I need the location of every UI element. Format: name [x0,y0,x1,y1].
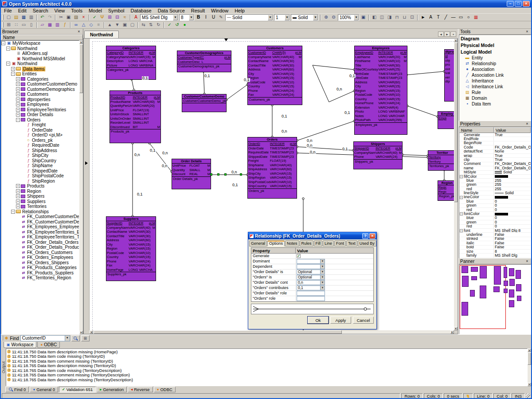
tree-item-allorders-sql[interactable]: ≣AllOrders.sql [1,51,79,56]
dialog-tab-notes[interactable]: Notes [285,240,299,246]
compare-model-button[interactable]: ≈ [121,14,129,21]
tree-item-customers[interactable]: +Customers [1,92,79,97]
merge-model-button[interactable]: Ψ [98,14,106,21]
expand-icon[interactable]: + [16,204,20,208]
font-color-button[interactable]: A [132,14,140,21]
collapse-icon[interactable]: − [460,212,463,215]
toolbar-grip[interactable] [2,15,4,20]
align-center-button[interactable]: ◫ [378,14,386,21]
entity-customercustomerdemo[interactable]: CustomerCustomerDemoCustomerCustomerDemo… [182,94,227,112]
tree-item-orderid-pi-m[interactable]: ƒOrderID <pi,M> [1,133,79,138]
output-dock-tab[interactable]: Output [1,348,6,386]
scroll-right-icon[interactable]: ► [450,330,454,334]
toolbar-grip[interactable] [2,336,3,340]
expand-icon[interactable]: + [16,87,20,91]
tree-item-products[interactable]: +Products [1,184,79,189]
property-row-fillstyle[interactable]: fillStyleSolid [459,171,531,175]
tool-association[interactable]: ●Association [459,66,531,72]
redo-button[interactable]: ↷ [46,14,54,21]
font-size-combo[interactable]: 8▼ [179,14,194,21]
browser-tab-odbc[interactable]: ●ODBC [37,342,60,348]
tree-item-shipregion[interactable]: ƒShipRegion [1,179,79,184]
titlebar[interactable]: Open System Architect 4.0.0 – □ × [1,0,531,8]
dropdown-arrow-icon[interactable]: ▼ [320,259,325,263]
dropdown-arrow-icon[interactable]: ▼ [285,15,289,20]
resize-grip[interactable] [526,393,530,399]
tools-group-diagram[interactable]: Diagram [459,35,531,42]
new-key-button[interactable]: ƒ [61,22,69,28]
new-file-button[interactable]: ▢ [5,14,12,21]
expand-icon[interactable]: + [16,98,20,102]
page-setup-button[interactable]: ▯ [27,22,35,28]
output-message[interactable]: !11:41:18.765 Data Item comment missing … [6,359,527,364]
properties-close-icon[interactable]: × [524,121,530,126]
entity-shippers[interactable]: ShippersShipperIDINTEGERpi,MCompanyNameV… [353,141,403,169]
scroll-up-icon[interactable]: ▲ [528,348,531,352]
collapse-icon[interactable]: − [460,196,463,199]
dropdown-arrow-icon[interactable]: ▼ [354,15,359,20]
tree-item-fk-employees-employees[interactable]: ⇄FK_Employees_Employees [1,224,79,230]
menu-search[interactable]: Search [30,8,51,14]
tree-item-fk-employeeterritories-territories[interactable]: ⇄FK_EmployeeTerritories_Territories [1,235,79,240]
output-message[interactable]: !11:41:18.750 Data Item description miss… [6,349,527,354]
align-right-button[interactable]: ◨ [386,14,393,21]
expand-icon[interactable]: + [16,108,20,112]
find-options-button[interactable]: ⊞ [81,335,90,341]
property-row-linestyle[interactable]: lineStyleSolid [459,191,531,195]
menu-tools[interactable]: Tools [68,8,86,14]
property-row-wrap[interactable]: wrapTrue [459,154,531,158]
property-row-font[interactable]: −fontMS Shell Dlg 8 [459,229,531,233]
entity-dtproperties[interactable]: dtpropidobjectnapropertyuvaluelvaluevers… [444,49,454,102]
entity-territories[interactable]: TerritorTerritoryIDTerritoryDescripTerri… [428,150,454,171]
delete-button[interactable]: × [80,14,87,21]
property-row-blue[interactable]: blue255 [459,179,531,183]
relationship-tool-button[interactable]: ∞ [72,22,80,28]
bring-to-front-button[interactable]: ▲ [106,22,113,28]
property-row-fontcolor[interactable]: −fontColor [459,212,531,216]
entity-customers[interactable]: CustomersCustomerIDCHAR(5)pi,MCompanyNam… [247,46,302,105]
rotate-button[interactable]: ↻ [155,22,162,28]
group-button[interactable]: ▣ [121,22,129,28]
expand-icon[interactable]: + [16,184,20,188]
scrollbar-thumb[interactable] [528,352,531,365]
tree-item-entities[interactable]: −Entities [1,71,79,77]
entity-categories[interactable]: CategoriesCategoryIDINTEGERpi,MCategoryN… [106,46,156,80]
orders-role-input[interactable] [297,296,325,301]
fill-style-combo[interactable]: ▬Solid▼ [291,14,318,21]
property-row-family[interactable]: familyMS Shell Dlg [459,254,531,258]
tree-item-northwind[interactable]: −Northwind [1,46,79,51]
menu-symbol[interactable]: Symbol [105,8,128,14]
entity-order-details[interactable]: Order DetailsUnitPriceFLOATMQuantitySMAL… [172,159,211,189]
show-grid-button[interactable]: ⊞ [5,22,12,28]
property-row-underline[interactable]: underlineFalse [459,233,531,237]
minimize-button[interactable]: – [507,1,514,7]
entity-employeeterritories[interactable]: EmployEmployeeTe [438,111,454,129]
apply-button[interactable]: Apply [330,317,351,324]
canvas-vertical-scrollbar[interactable]: ▲ ▼ [454,39,458,330]
selection-handle[interactable] [217,173,219,176]
tab-close-icon[interactable]: × [450,31,456,37]
tree-item-orders-pk[interactable]: ○Orders_pk [1,138,79,143]
menu-model[interactable]: Model [86,8,105,14]
dropdown-arrow-icon[interactable]: ▼ [65,336,70,341]
menu-help[interactable]: Help [231,8,248,14]
dialog-close-button[interactable]: × [369,233,376,239]
tool-domain[interactable]: ▦Domain [459,95,531,101]
tool-relationship[interactable]: ⇄Relationship [459,61,531,66]
scrollbar-thumb[interactable] [454,43,458,202]
refresh-button[interactable]: ↺ [173,22,181,28]
rectangle-tool-button[interactable]: ▭ [457,14,465,21]
browser-name-column-header[interactable]: Name [1,35,83,40]
open-file-button[interactable]: ▤ [12,14,20,21]
collapse-icon[interactable]: − [16,118,20,122]
dropdown-arrow-icon[interactable]: ▼ [268,15,273,20]
panner-close-icon[interactable]: × [524,259,530,264]
reverse-engineer-button[interactable]: ⊟ [113,14,121,21]
scroll-up-icon[interactable]: ▲ [454,39,458,42]
tree-item-employeeterritories[interactable]: +EmployeeTerritories [1,107,79,113]
tools-group-logical-model[interactable]: Logical Model [459,48,531,55]
dialog-tab-options[interactable]: Options [267,240,285,246]
property-row-linecolor[interactable]: −lineColor [459,196,531,200]
tree-item-shippeddate[interactable]: ƒShippedDate [1,168,79,174]
tree-item-requireddate[interactable]: ƒRequiredDate [1,143,79,148]
